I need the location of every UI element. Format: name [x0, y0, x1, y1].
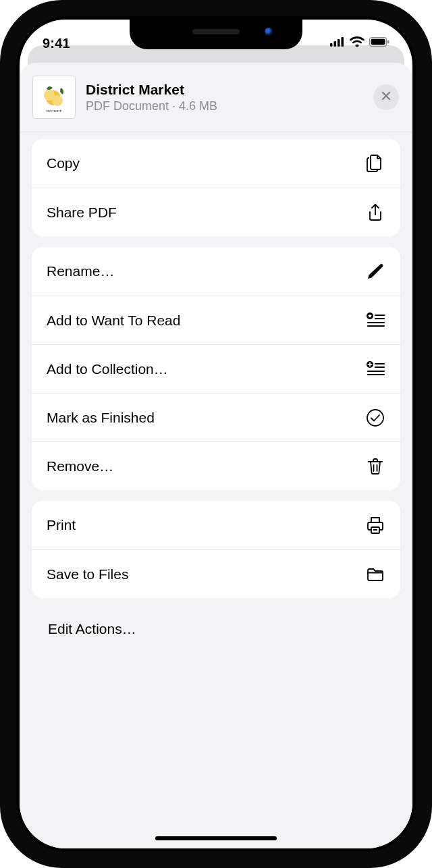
star-list-icon [365, 310, 385, 331]
share-sheet: DISTRICT District Market PDF Document · … [20, 63, 412, 848]
status-icons [330, 36, 389, 50]
checkmark-circle-icon [365, 408, 385, 428]
folder-icon [365, 564, 385, 585]
screen: 9:41 [20, 20, 412, 848]
copy-action[interactable]: Copy [32, 139, 400, 188]
home-indicator[interactable] [155, 836, 277, 840]
close-button[interactable] [373, 84, 399, 110]
action-label: Remove… [47, 458, 113, 474]
svg-rect-1 [334, 41, 337, 47]
action-label: Print [47, 517, 76, 533]
action-group-1: Copy Share PDF [32, 139, 400, 236]
share-pdf-action[interactable]: Share PDF [32, 188, 400, 236]
copy-icon [365, 153, 385, 173]
document-title: District Market [86, 81, 362, 98]
svg-rect-5 [371, 39, 385, 45]
remove-action[interactable]: Remove… [32, 441, 400, 490]
svg-rect-0 [330, 43, 333, 47]
action-group-3: Print Save to Files [32, 501, 400, 598]
action-label: Edit Actions… [48, 621, 136, 636]
save-files-action[interactable]: Save to Files [32, 549, 400, 598]
cellular-icon [330, 37, 345, 49]
document-subtitle: PDF Document · 4.6 MB [86, 99, 362, 113]
svg-rect-3 [342, 37, 344, 47]
status-time: 9:41 [43, 36, 70, 51]
share-icon [365, 202, 385, 223]
add-want-to-read-action[interactable]: Add to Want To Read [32, 296, 400, 344]
svg-point-10 [52, 95, 63, 106]
document-thumbnail: DISTRICT [33, 76, 75, 118]
action-label: Copy [47, 155, 80, 171]
edit-actions[interactable]: Edit Actions… [32, 609, 400, 641]
action-label: Rename… [47, 263, 114, 279]
add-collection-action[interactable]: Add to Collection… [32, 344, 400, 393]
print-action[interactable]: Print [32, 501, 400, 549]
sheet-header: DISTRICT District Market PDF Document · … [20, 63, 412, 132]
action-label: Add to Want To Read [47, 313, 180, 329]
action-label: Save to Files [47, 566, 128, 582]
svg-rect-6 [387, 40, 389, 44]
svg-point-24 [367, 410, 383, 426]
svg-text:DISTRICT: DISTRICT [47, 109, 62, 113]
wifi-icon [350, 36, 364, 50]
action-label: Mark as Finished [47, 410, 155, 426]
printer-icon [365, 515, 385, 535]
trash-icon [365, 456, 385, 477]
status-bar: 9:41 [20, 20, 412, 59]
close-icon [381, 90, 392, 104]
svg-rect-2 [338, 39, 340, 47]
action-label: Share PDF [47, 205, 117, 221]
rename-action[interactable]: Rename… [32, 247, 400, 296]
plus-list-icon [365, 359, 385, 379]
battery-icon [369, 37, 389, 49]
action-label: Add to Collection… [47, 361, 168, 377]
pencil-icon [365, 261, 385, 281]
mark-finished-action[interactable]: Mark as Finished [32, 393, 400, 441]
phone-frame: 9:41 [0, 0, 432, 868]
action-group-2: Rename… Add to Want To Read [32, 247, 400, 490]
